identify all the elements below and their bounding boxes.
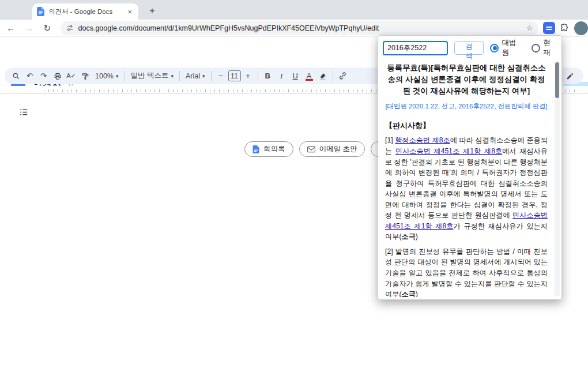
text-segment: 에서 재심사유로 정한 '판결의 기초로 된 행정처분이 다른 행정처분에 의하… — [385, 147, 548, 219]
text-segment: [1] — [385, 136, 395, 144]
chevron-down-icon: ▾ — [171, 73, 174, 79]
meeting-notes-chip[interactable]: 회의록 — [244, 141, 293, 157]
browser-tab[interactable]: 의견서 - Google Docs × — [32, 3, 138, 20]
scrollbar-thumb[interactable] — [555, 62, 559, 98]
reload-icon[interactable]: ↻ — [40, 21, 55, 36]
popup-search-bar: 검색 대법원현재 — [378, 36, 561, 60]
underline-button[interactable]: U — [289, 69, 302, 82]
case-search-input[interactable] — [383, 41, 448, 55]
search-icon[interactable] — [9, 69, 22, 82]
email-draft-chip[interactable]: 이메일 초안 — [299, 141, 365, 157]
toolbar-divider — [211, 71, 212, 81]
text-segment: ) — [416, 290, 418, 297]
toolbar-divider — [333, 71, 333, 81]
toolbar-divider — [125, 71, 125, 81]
paragraph-style-select[interactable]: 일반 텍스트▾ — [128, 71, 177, 81]
chevron-down-icon: ▾ — [202, 73, 205, 79]
extension-popup: 검색 대법원현재 등록무효(특)[특허무효심판에 대한 심결취소소송의 사실심 … — [378, 35, 562, 300]
radio-option[interactable]: 대법원 — [490, 38, 522, 58]
popup-block-title: 등록무효(특)[특허무효심판에 대한 심결취소소송의 사실심 변론종결 이후에 … — [385, 62, 548, 97]
zoom-select[interactable]: 100%▾ — [92, 72, 122, 80]
envelope-icon — [307, 146, 315, 153]
increase-font-size-button[interactable]: + — [242, 69, 255, 82]
popup-radio-group: 대법원현재 — [490, 38, 557, 58]
popup-block-cite: [대법원 2020.1.22, 선고, 2016후2522, 전원합의체 판결] — [385, 102, 548, 111]
popup-block-heading: 【판시사항】 — [385, 120, 548, 132]
font-size-input[interactable]: 11 — [228, 70, 241, 81]
text-segment: 소극 — [401, 290, 415, 297]
doc-icon — [252, 145, 259, 153]
insert-link-icon[interactable] — [336, 69, 349, 82]
undo-icon[interactable]: ↶ — [23, 69, 36, 82]
radio-label: 현재 — [543, 38, 557, 58]
new-tab-button[interactable]: + — [145, 4, 159, 18]
text-segment: ) — [416, 232, 418, 241]
tab-title: 의견서 - Google Docs — [48, 7, 122, 16]
law-link[interactable]: 민사소송법 제451조 제1항 제8호 — [395, 147, 502, 155]
toolbar-divider — [258, 71, 258, 81]
back-icon[interactable]: ← — [3, 21, 18, 36]
bookmark-star-icon[interactable]: ☆ — [526, 24, 533, 32]
chevron-down-icon: ▾ — [116, 73, 119, 79]
radio-option[interactable]: 현재 — [532, 38, 557, 58]
font-select[interactable]: Arial▾ — [183, 72, 208, 80]
toolbar-divider — [179, 71, 180, 81]
show-outline-icon[interactable] — [16, 104, 31, 119]
highlight-color-button[interactable] — [316, 69, 330, 82]
text-segment: 소극 — [401, 232, 415, 241]
tune-icon[interactable] — [66, 24, 74, 32]
radio-icon[interactable] — [532, 44, 540, 52]
bold-button[interactable]: B — [261, 69, 274, 82]
radio-icon[interactable] — [490, 44, 499, 52]
editing-mode-icon[interactable] — [563, 69, 576, 82]
docs-favicon-icon — [37, 7, 44, 16]
navigation-bar: ← → ↻ docs.google.com/document/d/1km9UrW… — [0, 20, 588, 37]
tab-close-icon[interactable]: × — [126, 7, 134, 16]
spellcheck-icon[interactable]: A✓ — [65, 69, 78, 82]
decrease-font-size-button[interactable]: − — [214, 69, 228, 82]
text-color-button[interactable]: A — [303, 69, 316, 82]
url-text[interactable]: docs.google.com/document/d/1km9UrWhEPFgH… — [78, 24, 522, 32]
extensions-puzzle-icon[interactable] — [560, 23, 570, 33]
browser-window: 의견서 - Google Docs × + ← → ↻ docs.google.… — [0, 0, 588, 368]
radio-label: 대법원 — [502, 38, 522, 58]
popup-scrollbar[interactable] — [555, 61, 560, 296]
print-icon[interactable] — [51, 69, 64, 82]
popup-block-para: [1] 행정소송법 제8조에 따라 심결취소소송에 준용되는 민사소송법 제45… — [385, 135, 548, 242]
profile-avatar[interactable] — [574, 21, 588, 35]
forward-icon[interactable]: → — [22, 21, 37, 36]
paint-format-icon[interactable] — [78, 69, 92, 82]
tab-strip: 의견서 - Google Docs × + — [0, 0, 588, 20]
redo-icon[interactable]: ↷ — [37, 69, 50, 82]
search-button[interactable]: 검색 — [454, 41, 484, 55]
active-extension-icon[interactable] — [543, 22, 555, 34]
popup-block-para: [2] 발명의 진보성 유무를 판단하는 방법 / 이때 진보성 판단의 대상이… — [385, 246, 548, 297]
popup-content: 등록무효(특)[특허무효심판에 대한 심결취소소송의 사실심 변론종결 이후에 … — [385, 61, 548, 297]
italic-button[interactable]: I — [275, 69, 288, 82]
law-link[interactable]: 행정소송법 제8조 — [395, 136, 450, 144]
url-bar[interactable]: docs.google.com/document/d/1km9UrWhEPFgH… — [61, 21, 539, 35]
